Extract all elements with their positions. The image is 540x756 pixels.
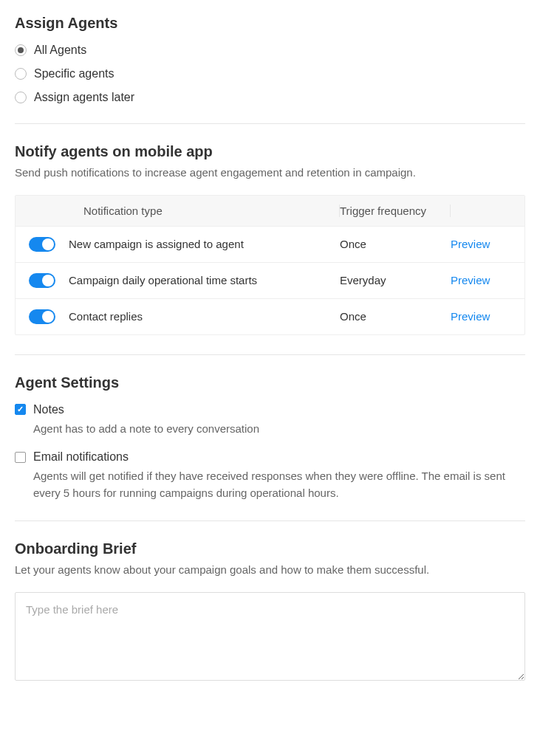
checkbox-label: Notes <box>33 403 64 416</box>
notification-table: Notification type Trigger frequency New … <box>15 195 525 335</box>
checkbox-desc: Agent has to add a note to every convers… <box>33 421 525 438</box>
table-row: Campaign daily operational time starts E… <box>16 263 524 299</box>
preview-link[interactable]: Preview <box>451 274 490 286</box>
divider <box>15 520 525 521</box>
notification-frequency: Once <box>340 238 451 250</box>
notification-type: New campaign is assigned to agent <box>69 238 340 250</box>
radio-specific-agents[interactable]: Specific agents <box>15 67 525 80</box>
preview-cell: Preview <box>451 274 524 286</box>
table-row: New campaign is assigned to agent Once P… <box>16 227 524 263</box>
radio-all-agents[interactable]: All Agents <box>15 44 525 57</box>
setting-email-notifications: Email notifications Agents will get noti… <box>15 450 525 501</box>
radio-label: Assign agents later <box>34 91 134 104</box>
divider <box>15 354 525 355</box>
notification-frequency: Everyday <box>340 274 451 286</box>
onboarding-subtitle: Let your agents know about your campaign… <box>15 562 525 579</box>
radio-label: All Agents <box>34 44 86 57</box>
preview-cell: Preview <box>451 310 524 323</box>
onboarding-title: Onboarding Brief <box>15 540 525 557</box>
checkbox-desc: Agents will get notified if they have re… <box>33 468 525 501</box>
radio-icon <box>15 92 27 103</box>
assign-agents-section: Assign Agents All Agents Specific agents… <box>15 15 525 104</box>
col-action-head <box>451 205 524 217</box>
notify-subtitle: Send push notifications to increase agen… <box>15 165 525 182</box>
radio-icon <box>15 44 27 56</box>
checkbox-label: Email notifications <box>33 450 129 464</box>
checkbox-email-notifications[interactable]: Email notifications <box>15 450 525 464</box>
onboarding-brief-input[interactable] <box>15 592 525 681</box>
notification-type: Contact replies <box>69 310 340 323</box>
setting-notes: Notes Agent has to add a note to every c… <box>15 403 525 438</box>
toggle-cell <box>16 273 69 288</box>
checkbox-icon <box>15 452 26 463</box>
assign-agents-radio-group: All Agents Specific agents Assign agents… <box>15 44 525 104</box>
toggle-switch[interactable] <box>29 237 55 252</box>
col-type-head: Notification type <box>69 205 340 217</box>
toggle-switch[interactable] <box>29 309 55 324</box>
checkbox-notes[interactable]: Notes <box>15 403 525 416</box>
col-toggle-head <box>16 205 69 217</box>
radio-assign-later[interactable]: Assign agents later <box>15 91 525 104</box>
notification-frequency: Once <box>340 310 451 323</box>
toggle-switch[interactable] <box>29 273 55 288</box>
onboarding-section: Onboarding Brief Let your agents know ab… <box>15 540 525 684</box>
table-row: Contact replies Once Preview <box>16 299 524 334</box>
notify-title: Notify agents on mobile app <box>15 143 525 160</box>
agent-settings-section: Agent Settings Notes Agent has to add a … <box>15 374 525 502</box>
radio-label: Specific agents <box>34 67 115 80</box>
preview-link[interactable]: Preview <box>451 238 490 250</box>
preview-link[interactable]: Preview <box>451 310 490 323</box>
notification-table-head: Notification type Trigger frequency <box>16 196 524 227</box>
assign-agents-title: Assign Agents <box>15 15 525 32</box>
divider <box>15 123 525 124</box>
agent-settings-title: Agent Settings <box>15 374 525 391</box>
checkbox-icon <box>15 404 26 415</box>
notification-type: Campaign daily operational time starts <box>69 274 340 286</box>
notify-agents-section: Notify agents on mobile app Send push no… <box>15 143 525 335</box>
toggle-cell <box>16 309 69 324</box>
radio-icon <box>15 68 27 80</box>
toggle-cell <box>16 237 69 252</box>
preview-cell: Preview <box>451 238 524 250</box>
col-freq-head: Trigger frequency <box>340 205 451 217</box>
